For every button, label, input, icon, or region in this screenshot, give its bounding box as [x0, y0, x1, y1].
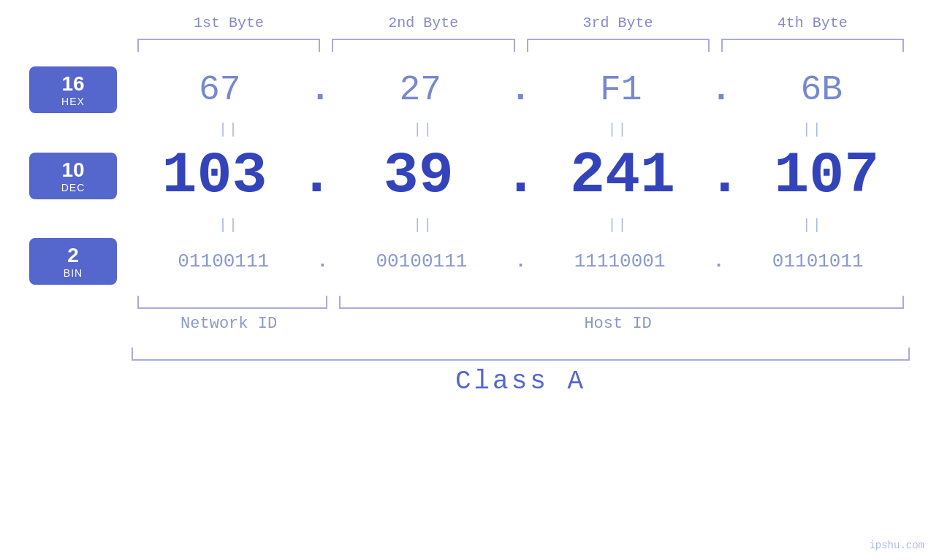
- byte2-header: 2nd Byte: [326, 15, 520, 31]
- class-bracket-line: [132, 348, 910, 361]
- bin-row: 2 BIN 01100111 . 00100111 . 11110001 . 0…: [29, 238, 910, 285]
- dec-base-name: DEC: [61, 182, 85, 193]
- equals-1: ||: [132, 121, 326, 138]
- bracket-top-4: [721, 39, 904, 52]
- bin-label: 2 BIN: [29, 238, 117, 285]
- equals-sym-4: ||: [802, 121, 823, 138]
- dec-base-num: 10: [61, 158, 84, 182]
- equals-sym-7: ||: [608, 217, 628, 234]
- class-label: Class A: [132, 367, 910, 396]
- hex-val-2: 27: [332, 70, 509, 110]
- dec-val-3: 241: [540, 142, 706, 209]
- equals-2: ||: [326, 121, 520, 138]
- dot-hex-2: .: [510, 70, 531, 110]
- equals-8: ||: [715, 217, 910, 234]
- bin-base-name: BIN: [64, 267, 83, 279]
- top-brackets: [29, 39, 910, 52]
- dec-label: 10 DEC: [29, 153, 117, 199]
- bracket-top-3: [527, 39, 710, 52]
- bracket-top-1: [137, 39, 320, 52]
- equals-sym-2: ||: [413, 121, 433, 138]
- hex-val-1: 67: [132, 70, 308, 110]
- equals-3: ||: [521, 121, 715, 138]
- byte4-header: 4th Byte: [715, 15, 910, 31]
- equals-sym-5: ||: [218, 217, 239, 234]
- equals-sym-1: ||: [218, 121, 239, 138]
- equals-5: ||: [132, 217, 326, 234]
- equals-sym-8: ||: [802, 217, 823, 234]
- hex-base-num: 16: [61, 72, 84, 96]
- hex-label: 16 HEX: [29, 66, 117, 113]
- dot-dec-1: .: [299, 142, 334, 209]
- hex-base-name: HEX: [61, 96, 85, 107]
- equals-4: ||: [715, 121, 910, 138]
- bottom-brackets: [29, 296, 910, 309]
- equals-7: ||: [521, 217, 715, 234]
- dot-dec-2: .: [503, 142, 538, 209]
- byte1-header: 1st Byte: [132, 15, 326, 31]
- bracket-top-2: [332, 39, 514, 52]
- dec-val-4: 107: [744, 142, 910, 209]
- dec-val-2: 39: [335, 142, 501, 209]
- bin-val-2: 00100111: [330, 250, 514, 272]
- dot-bin-2: .: [515, 250, 527, 272]
- dot-bin-3: .: [713, 250, 725, 272]
- hex-row: 16 HEX 67 . 27 . F1 . 6B: [29, 66, 910, 113]
- dec-values: 103 . 39 . 241 . 107: [132, 142, 910, 209]
- bracket-network: [137, 296, 327, 309]
- class-bracket-row: [29, 348, 910, 361]
- hex-values: 67 . 27 . F1 . 6B: [132, 70, 910, 110]
- equals-row-2: || || || ||: [29, 217, 910, 234]
- equals-row-1: || || || ||: [29, 121, 910, 138]
- dot-hex-3: .: [711, 70, 732, 110]
- hex-val-3: F1: [533, 70, 710, 110]
- bin-val-3: 11110001: [528, 250, 712, 272]
- class-label-row: Class A: [29, 367, 910, 396]
- main-container: 1st Byte 2nd Byte 3rd Byte 4th Byte 16 H…: [0, 0, 939, 560]
- bin-val-1: 01100111: [132, 250, 316, 272]
- bin-val-4: 01101011: [726, 250, 910, 272]
- dot-dec-3: .: [707, 142, 742, 209]
- equals-sym-6: ||: [413, 217, 433, 234]
- network-id-label: Network ID: [132, 315, 326, 333]
- host-id-label: Host ID: [326, 315, 910, 333]
- dot-hex-1: .: [310, 70, 331, 110]
- equals-6: ||: [326, 217, 520, 234]
- bracket-host: [339, 296, 904, 309]
- byte3-header: 3rd Byte: [521, 15, 715, 31]
- bin-base-num: 2: [67, 244, 79, 267]
- dec-row: 10 DEC 103 . 39 . 241 . 107: [29, 142, 910, 209]
- id-labels-row: Network ID Host ID: [29, 315, 910, 333]
- watermark: ipshu.com: [869, 540, 924, 551]
- dec-val-1: 103: [132, 142, 297, 209]
- equals-sym-3: ||: [608, 121, 628, 138]
- hex-val-4: 6B: [733, 70, 910, 110]
- bin-values: 01100111 . 00100111 . 11110001 . 0110101…: [132, 250, 910, 272]
- byte-headers: 1st Byte 2nd Byte 3rd Byte 4th Byte: [29, 15, 910, 31]
- dot-bin-1: .: [317, 250, 329, 272]
